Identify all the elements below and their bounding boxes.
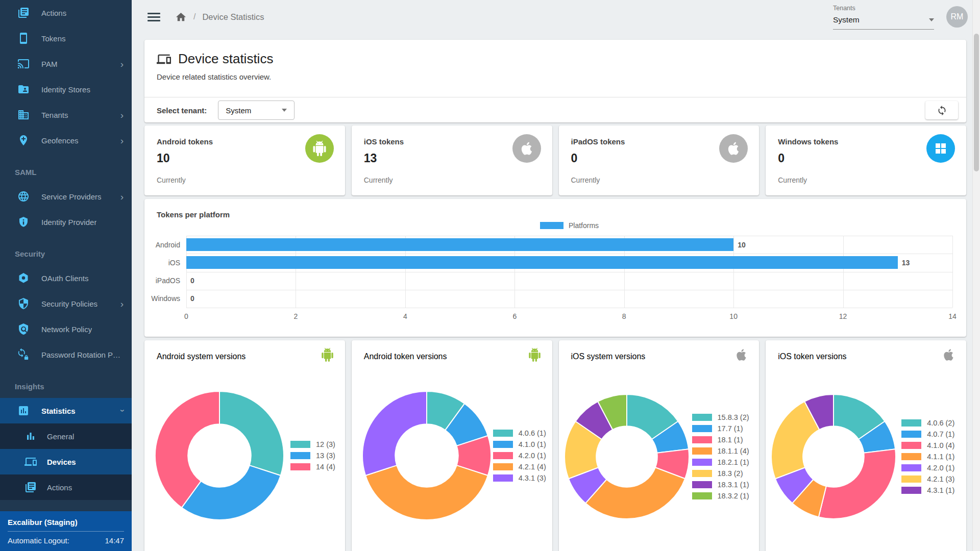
sidebar-item-oauth-clients[interactable]: OAuth Clients bbox=[0, 265, 132, 291]
legend-label: 18.1 (1) bbox=[718, 436, 743, 444]
sidebar-item-password-rotation-policy[interactable]: Password Rotation Policy bbox=[0, 342, 132, 367]
stat-card-platform-badge bbox=[512, 134, 541, 163]
legend-item[interactable]: 4.0.7 (1) bbox=[901, 429, 954, 440]
scrollbar-thumb[interactable] bbox=[974, 34, 979, 171]
donut-legend: 15.8.3 (2)17.7 (1)18.1 (1)18.1.1 (4)18.2… bbox=[692, 412, 749, 502]
sidebar-section-header-security: Security bbox=[0, 235, 132, 265]
sidebar-item-tokens[interactable]: Tokens bbox=[0, 26, 132, 51]
legend-swatch bbox=[901, 487, 921, 494]
legend-item[interactable]: 4.2.0 (1) bbox=[901, 462, 954, 473]
legend-swatch bbox=[692, 414, 712, 421]
legend-item[interactable]: 4.3.1 (1) bbox=[901, 485, 954, 496]
x-axis-tick: 6 bbox=[512, 312, 517, 320]
legend-swatch bbox=[290, 441, 310, 448]
legend-item[interactable]: 4.1.1 (1) bbox=[901, 451, 954, 462]
sidebar: ActionsTokensPAM›Identity StoresTenants›… bbox=[0, 0, 132, 551]
legend-item[interactable]: 13 (3) bbox=[290, 450, 335, 461]
tenant-select[interactable]: Tenants System bbox=[833, 5, 934, 30]
avatar[interactable]: RM bbox=[946, 6, 968, 28]
select-tenant-label: Select tenant: bbox=[157, 106, 207, 115]
stat-card-ipados-tokens: iPadOS tokens0Currently bbox=[559, 126, 760, 195]
legend-item[interactable]: 18.1 (1) bbox=[692, 434, 749, 445]
android-icon bbox=[528, 348, 542, 362]
legend-swatch bbox=[901, 453, 921, 460]
chart-card-android-token-versions: Android token versions4.0.6 (1)4.1.0 (1)… bbox=[352, 340, 552, 551]
page-scrollbar[interactable] bbox=[972, 0, 980, 551]
sidebar-item-service-providers[interactable]: Service Providers› bbox=[0, 184, 132, 209]
legend-swatch bbox=[692, 470, 712, 477]
environment-name: Excalibur (Staging) bbox=[8, 516, 124, 532]
sidebar-item-devices[interactable]: Devices bbox=[0, 449, 132, 474]
stat-card-caption: Currently bbox=[778, 176, 807, 184]
smartphone-icon bbox=[17, 32, 30, 44]
sidebar-item-geofences[interactable]: Geofences› bbox=[0, 128, 132, 153]
legend-item[interactable]: 4.0.6 (2) bbox=[901, 417, 954, 429]
apple-icon bbox=[519, 141, 534, 156]
legend-item[interactable]: 18.3.2 (1) bbox=[692, 490, 749, 502]
chart-card-ios-system-versions: iOS system versions15.8.3 (2)17.7 (1)18.… bbox=[559, 340, 760, 551]
legend-item[interactable]: 4.1.0 (4) bbox=[901, 440, 954, 451]
legend-swatch bbox=[290, 452, 310, 459]
sidebar-item-tenants[interactable]: Tenants› bbox=[0, 102, 132, 128]
legend-label: 4.2.0 (1) bbox=[927, 464, 954, 472]
sidebar-section: SecurityOAuth ClientsSecurity Policies›N… bbox=[0, 235, 132, 367]
chevron-right-icon: › bbox=[120, 110, 124, 120]
sidebar-item-actions[interactable]: Actions bbox=[0, 474, 132, 500]
sidebar-item-general[interactable]: General bbox=[0, 423, 132, 449]
main-area: / Device Statistics Tenants System RM De… bbox=[132, 0, 980, 551]
sidebar-item-identity-stores[interactable]: Identity Stores bbox=[0, 77, 132, 102]
legend-item[interactable]: 15.8.3 (2) bbox=[692, 412, 749, 423]
legend-swatch bbox=[692, 459, 712, 466]
sidebar-item-actions[interactable]: Actions bbox=[0, 0, 132, 26]
legend-swatch bbox=[493, 441, 513, 448]
sidebar-footer: Excalibur (Staging) Automatic Logout: 14… bbox=[0, 511, 132, 551]
sidebar-item-label: Identity Provider bbox=[41, 218, 96, 227]
legend-swatch bbox=[901, 464, 921, 471]
legend-item[interactable]: 4.1.0 (1) bbox=[493, 439, 546, 450]
home-icon[interactable] bbox=[175, 11, 187, 23]
donut-chart bbox=[361, 390, 493, 521]
donut-segment bbox=[219, 391, 284, 475]
x-axis-tick: 4 bbox=[403, 312, 407, 320]
sidebar-item-identity-provider[interactable]: Identity Provider bbox=[0, 209, 132, 235]
topbar: / Device Statistics Tenants System RM bbox=[132, 0, 980, 34]
chart-card-title: iOS system versions bbox=[571, 352, 747, 361]
stat-card-platform-badge bbox=[305, 134, 334, 163]
chart-card-android-system-versions: Android system versions12 (3)13 (3)14 (4… bbox=[144, 340, 345, 551]
sidebar-item-security-policies[interactable]: Security Policies› bbox=[0, 291, 132, 316]
legend-item[interactable]: 18.3 (2) bbox=[692, 468, 749, 479]
bar-chart-legend[interactable]: Platforms bbox=[186, 221, 952, 230]
sidebar-item-statistics[interactable]: Statistics› bbox=[0, 398, 132, 423]
stat-card-caption: Currently bbox=[571, 176, 600, 184]
legend-item[interactable]: 18.3.1 (1) bbox=[692, 479, 749, 490]
legend-swatch bbox=[692, 425, 712, 432]
gridline bbox=[186, 272, 952, 272]
chart-card-title: Android system versions bbox=[157, 352, 333, 361]
legend-item[interactable]: 4.2.1 (3) bbox=[901, 473, 954, 485]
chart-card-ios-token-versions: iOS token versions4.0.6 (2)4.0.7 (1)4.1.… bbox=[766, 340, 966, 551]
legend-label: 4.1.0 (4) bbox=[927, 441, 954, 449]
legend-item[interactable]: 4.3.1 (3) bbox=[493, 472, 546, 484]
refresh-button[interactable] bbox=[925, 101, 958, 119]
tenant-dropdown[interactable]: System bbox=[218, 101, 295, 120]
legend-item[interactable]: 18.1.1 (4) bbox=[692, 445, 749, 457]
legend-item[interactable]: 14 (4) bbox=[290, 461, 335, 472]
sidebar-item-label: Service Providers bbox=[41, 192, 102, 201]
policy-icon bbox=[17, 323, 30, 335]
sidebar-section-header-saml: SAML bbox=[0, 153, 132, 184]
legend-item[interactable]: 17.7 (1) bbox=[692, 423, 749, 434]
sidebar-item-pam[interactable]: PAM› bbox=[0, 51, 132, 77]
legend-item[interactable]: 4.2.0 (1) bbox=[493, 450, 546, 461]
shield-info-icon bbox=[17, 216, 30, 228]
legend-item[interactable]: 4.0.6 (1) bbox=[493, 428, 546, 439]
menu-icon[interactable] bbox=[148, 11, 160, 23]
donut-chart bbox=[154, 390, 285, 521]
legend-item[interactable]: 12 (3) bbox=[290, 439, 335, 450]
donut-chart bbox=[563, 393, 691, 520]
sidebar-item-network-policy[interactable]: Network Policy bbox=[0, 316, 132, 342]
tokens-per-platform-panel: Tokens per platform Platforms 0246810121… bbox=[144, 199, 966, 337]
chart-card-title: Android token versions bbox=[364, 352, 540, 361]
legend-item[interactable]: 18.2.1 (1) bbox=[692, 457, 749, 468]
sidebar-item-label: Identity Stores bbox=[41, 85, 90, 94]
legend-item[interactable]: 4.2.1 (4) bbox=[493, 461, 546, 472]
